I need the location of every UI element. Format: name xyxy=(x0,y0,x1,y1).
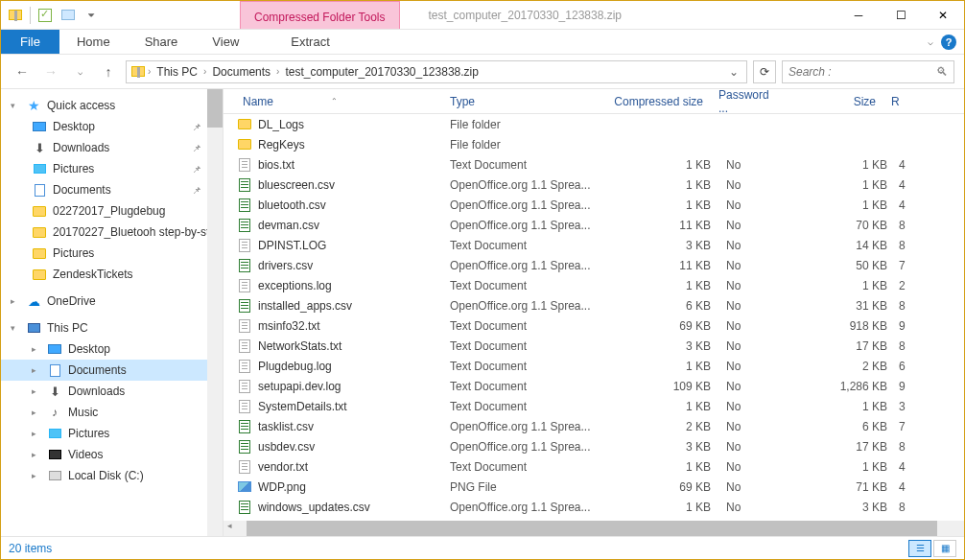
extract-tab[interactable]: Extract xyxy=(273,30,346,54)
chevron-down-icon[interactable]: ▾ xyxy=(11,323,20,333)
file-row[interactable]: drivers.csvOpenOffice.org 1.1 Sprea...11… xyxy=(224,255,964,275)
file-row[interactable]: setupapi.dev.logText Document109 KBNo1,2… xyxy=(224,376,964,396)
file-tab[interactable]: File xyxy=(1,30,59,54)
scrollbar-thumb[interactable] xyxy=(247,521,937,536)
file-type: PNG File xyxy=(450,480,603,494)
file-size: 31 KB xyxy=(795,299,891,313)
maximize-button[interactable]: ☐ xyxy=(880,1,922,29)
file-row[interactable]: bluescreen.csvOpenOffice.org 1.1 Sprea..… xyxy=(224,175,964,195)
column-header-compressed-size[interactable]: Compressed size xyxy=(596,95,711,108)
column-header-password[interactable]: Password ... xyxy=(711,89,788,115)
chevron-right-icon[interactable]: ▸ xyxy=(32,450,41,459)
sidebar-item-downloads[interactable]: ⬇ Downloads 📌︎ xyxy=(1,137,223,158)
sidebar-item-downloads[interactable]: ▸ ⬇ Downloads xyxy=(1,381,223,402)
search-box[interactable]: 🔍︎ xyxy=(782,60,954,83)
home-tab[interactable]: Home xyxy=(59,30,128,54)
chevron-right-icon[interactable]: ▸ xyxy=(32,471,41,480)
ribbon-tabs: File Home Share View Extract ⌵ ? xyxy=(1,30,964,55)
file-row[interactable]: tasklist.csvOpenOffice.org 1.1 Sprea...2… xyxy=(224,416,964,436)
recent-locations-dropdown[interactable]: ⌵ xyxy=(68,60,91,83)
forward-button[interactable]: → xyxy=(39,60,62,83)
column-header-type[interactable]: Type xyxy=(442,95,596,108)
sidebar-scrollbar[interactable] xyxy=(207,89,223,536)
view-tab[interactable]: View xyxy=(195,30,256,54)
file-row[interactable]: DPINST.LOGText Document3 KBNo14 KB8 xyxy=(224,235,964,255)
file-row[interactable]: vendor.txtText Document1 KBNo1 KB4 xyxy=(224,456,964,477)
sidebar-item-quick-access[interactable]: ▾ ★ Quick access xyxy=(1,95,223,116)
chevron-right-icon[interactable]: ▸ xyxy=(32,365,41,375)
sidebar-item-documents[interactable]: ▸ Documents xyxy=(1,360,223,381)
sidebar-item-folder[interactable]: Pictures xyxy=(1,243,223,264)
sidebar-item-desktop[interactable]: Desktop 📌︎ xyxy=(1,116,223,137)
file-type-icon xyxy=(235,298,254,314)
file-row[interactable]: exceptions.logText Document1 KBNo1 KB2 xyxy=(224,275,964,295)
sidebar-item-folder[interactable]: ZendeskTickets xyxy=(1,264,223,285)
chevron-right-icon[interactable]: ▸ xyxy=(32,408,41,417)
search-input[interactable] xyxy=(788,65,936,79)
file-row[interactable]: devman.csvOpenOffice.org 1.1 Sprea...11 … xyxy=(224,215,964,235)
refresh-button[interactable]: ⟳ xyxy=(753,60,776,83)
file-row[interactable]: installed_apps.csvOpenOffice.org 1.1 Spr… xyxy=(224,295,964,315)
address-dropdown-icon[interactable]: ⌄ xyxy=(725,65,742,79)
pictures-icon xyxy=(47,426,62,441)
sidebar-item-pictures[interactable]: ▸ Pictures xyxy=(1,423,223,444)
search-icon[interactable]: 🔍︎ xyxy=(936,65,948,79)
sidebar-item-local-disk[interactable]: ▸ Local Disk (C:) xyxy=(1,465,223,486)
downloads-icon: ⬇ xyxy=(32,140,47,155)
help-icon[interactable]: ? xyxy=(941,35,956,50)
breadcrumb-segment[interactable]: This PC xyxy=(153,65,201,79)
address-path[interactable]: › This PC › Documents › test_computer_20… xyxy=(126,60,747,83)
icons-view-button[interactable]: ▦ xyxy=(933,540,956,557)
sidebar-item-this-pc[interactable]: ▾ This PC xyxy=(1,317,223,338)
file-size: 2 KB xyxy=(795,360,891,373)
qat-new-folder-icon[interactable] xyxy=(58,5,79,26)
column-header-size[interactable]: Size xyxy=(788,95,883,108)
sidebar-item-onedrive[interactable]: ▸ ☁ OneDrive xyxy=(1,291,223,312)
sidebar-item-documents[interactable]: Documents 📌︎ xyxy=(1,179,223,200)
chevron-right-icon[interactable]: ▸ xyxy=(32,344,41,354)
chevron-right-icon[interactable]: › xyxy=(276,66,279,77)
chevron-right-icon[interactable]: ▸ xyxy=(32,386,41,396)
file-row[interactable]: DL_LogsFile folder xyxy=(224,114,964,134)
sidebar-item-music[interactable]: ▸ ♪ Music xyxy=(1,402,223,423)
share-tab[interactable]: Share xyxy=(128,30,196,54)
qat-properties-icon[interactable] xyxy=(35,5,56,26)
file-row[interactable]: RegKeysFile folder xyxy=(224,134,964,154)
file-row[interactable]: WDP.pngPNG File69 KBNo71 KB4 xyxy=(224,477,964,497)
file-row[interactable]: NetworkStats.txtText Document3 KBNo17 KB… xyxy=(224,336,964,356)
qat-customize-dropdown[interactable]: ⏷ xyxy=(81,5,102,26)
sidebar-item-videos[interactable]: ▸ Videos xyxy=(1,444,223,465)
ribbon-expand-icon[interactable]: ⌵ xyxy=(928,36,933,47)
chevron-down-icon[interactable]: ▾ xyxy=(11,101,20,110)
sidebar-item-folder[interactable]: 02272017_Plugdebug xyxy=(1,200,223,222)
file-type-icon xyxy=(235,198,254,213)
up-button[interactable]: ↑ xyxy=(97,60,120,83)
file-row[interactable]: bios.txtText Document1 KBNo1 KB4 xyxy=(224,154,964,175)
sidebar-item-folder[interactable]: 20170227_Bluetooh step-by-step xyxy=(1,222,223,243)
close-button[interactable]: ✕ xyxy=(922,1,964,29)
file-row[interactable]: usbdev.csvOpenOffice.org 1.1 Sprea...3 K… xyxy=(224,436,964,456)
back-button[interactable]: ← xyxy=(11,60,34,83)
sidebar-item-desktop[interactable]: ▸ Desktop xyxy=(1,338,223,360)
chevron-right-icon[interactable]: › xyxy=(203,66,206,77)
breadcrumb-segment[interactable]: test_computer_20170330_123838.zip xyxy=(281,65,482,79)
file-row[interactable]: Plugdebug.logText Document1 KBNo2 KB6 xyxy=(224,356,964,376)
chevron-right-icon[interactable]: ▸ xyxy=(32,429,41,438)
column-header-ratio[interactable]: R xyxy=(883,95,964,108)
file-row[interactable]: windows_updates.csvOpenOffice.org 1.1 Sp… xyxy=(224,497,964,517)
file-row[interactable]: SystemDetails.txtText Document1 KBNo1 KB… xyxy=(224,396,964,416)
breadcrumb-segment[interactable]: Documents xyxy=(208,65,274,79)
minimize-button[interactable]: ─ xyxy=(837,1,880,29)
file-name: usbdev.csv xyxy=(254,440,450,454)
details-view-button[interactable]: ☰ xyxy=(908,540,931,557)
chevron-right-icon[interactable]: ▸ xyxy=(11,296,20,306)
file-row[interactable]: msinfo32.txtText Document69 KBNo918 KB9 xyxy=(224,315,964,336)
chevron-right-icon[interactable]: › xyxy=(148,66,151,77)
horizontal-scrollbar[interactable]: ◂ xyxy=(224,521,964,536)
contextual-tool-tab[interactable]: Compressed Folder Tools xyxy=(240,1,400,29)
sidebar-item-pictures[interactable]: Pictures 📌︎ xyxy=(1,158,223,179)
qat-app-icon[interactable] xyxy=(5,5,26,26)
column-header-name[interactable]: Name⌃ xyxy=(235,95,442,108)
file-row[interactable]: bluetooth.csvOpenOffice.org 1.1 Sprea...… xyxy=(224,195,964,215)
file-password: No xyxy=(718,339,795,353)
